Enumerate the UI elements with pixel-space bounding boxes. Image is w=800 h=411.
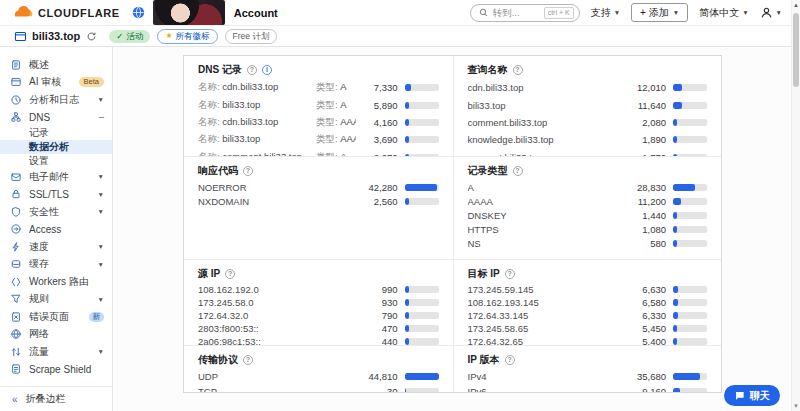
help-icon[interactable]: ?: [513, 65, 523, 75]
sidebar-item-rules[interactable]: 规则▼: [0, 291, 112, 309]
zone-domain[interactable]: bili33.top: [32, 30, 80, 42]
sidebar-item-access[interactable]: Access: [0, 221, 112, 239]
table-row: NOERROR42,280: [198, 180, 439, 194]
page-scrollbar[interactable]: ▲ ▼: [791, 0, 800, 411]
global-search[interactable]: ctrl + K: [470, 4, 580, 22]
table-row: HTTPS1,080: [468, 222, 708, 236]
help-icon[interactable]: ?: [225, 269, 235, 279]
chat-button[interactable]: 聊天: [724, 385, 780, 406]
search-shortcut: ctrl + K: [544, 7, 574, 19]
analytics-icon: [10, 94, 23, 106]
chevron-down-icon: ▼: [98, 348, 104, 355]
table-row: NS580: [468, 236, 708, 250]
help-icon[interactable]: ?: [247, 65, 257, 75]
metric-value: 5,400: [624, 336, 666, 345]
sidebar-item-error-pages[interactable]: 错误页面新: [0, 308, 112, 326]
metric-value: 1,080: [624, 224, 666, 235]
add-button[interactable]: + 添加 ▼: [631, 3, 688, 22]
help-icon[interactable]: ?: [513, 166, 523, 176]
sidebar-item-dns-records[interactable]: 记录: [0, 126, 112, 140]
table-row: comment.bili33.top2,080: [468, 114, 708, 131]
table-row: AAAA11,200: [468, 194, 708, 208]
sidebar-item-overview[interactable]: 概述: [0, 56, 112, 74]
error-pages-badge: 新: [89, 312, 105, 322]
metric-value: 5,890: [356, 100, 398, 111]
metric-value: 6,580: [624, 297, 666, 308]
metric-value: 7,330: [356, 82, 398, 93]
sidebar-item-scrape-shield[interactable]: Scrape Shield: [0, 361, 112, 379]
support-menu[interactable]: 支持 ▼: [591, 6, 620, 20]
chat-bubble-icon: [734, 390, 745, 401]
search-input[interactable]: [493, 7, 539, 18]
chevron-down-icon: ▼: [673, 9, 679, 16]
table-row: 名称: bili33.top类型: AAAA3,690: [198, 131, 439, 148]
sidebar-item-ssl-tls[interactable]: SSL/TLS▼: [0, 186, 112, 204]
help-icon[interactable]: ?: [243, 355, 253, 365]
scrollbar-thumb[interactable]: [793, 13, 799, 87]
sidebar-item-dns-analytics[interactable]: 数据分析: [0, 140, 112, 154]
metric-bar: [405, 184, 439, 191]
language-menu[interactable]: 简体中文 ▼: [699, 6, 748, 20]
ai-audit-badge: Beta: [79, 77, 104, 87]
check-icon: ✓: [116, 31, 123, 41]
globe-icon[interactable]: [132, 6, 145, 19]
table-row: TCP30: [198, 384, 439, 392]
info-icon[interactable]: i: [262, 65, 272, 75]
dns-analytics-card: DNS 记录?i名称: cdn.bili33.top类型: A7,330名称: …: [183, 55, 722, 393]
account-label[interactable]: Account: [234, 7, 278, 19]
metric-bar: [673, 388, 707, 392]
chevron-down-icon: ▼: [98, 296, 104, 303]
metric-value: 1,890: [624, 134, 666, 145]
collapse-icon: «: [12, 394, 18, 405]
sidebar-item-analytics-logs[interactable]: 分析和日志▼: [0, 91, 112, 109]
panel-title: 查询名称?: [468, 63, 708, 76]
sidebar-item-speed[interactable]: 速度▼: [0, 238, 112, 256]
sidebar-item-security[interactable]: 安全性▼: [0, 203, 112, 221]
metric-bar: [673, 226, 707, 233]
table-row: A28,830: [468, 180, 708, 194]
panel-title: 记录类型?: [468, 164, 708, 177]
table-row: IPv435,680: [468, 369, 708, 384]
sidebar-item-workers-routes[interactable]: Workers 路由: [0, 273, 112, 291]
table-row: cdn.bili33.top12,010: [468, 79, 708, 96]
table-row: NXDOMAIN2,560: [198, 194, 439, 208]
metric-bar: [673, 325, 707, 332]
sidebar-item-caching[interactable]: 缓存▼: [0, 256, 112, 274]
scroll-up-icon[interactable]: ▲: [793, 2, 799, 8]
metric-value: 2,560: [356, 196, 398, 207]
table-row: bili33.top11,640: [468, 96, 708, 113]
collapse-section-icon: –: [99, 112, 104, 122]
sidebar-item-email[interactable]: 电子邮件▼: [0, 168, 112, 186]
security-icon: [10, 206, 23, 218]
cloudflare-logo[interactable]: CLOUDFLARE: [10, 6, 120, 19]
collapse-sidebar-button[interactable]: « 折叠边栏: [0, 386, 112, 411]
sidebar-item-network[interactable]: 网络: [0, 326, 112, 344]
site-window-icon: [14, 30, 27, 43]
metric-bar: [673, 373, 707, 380]
scroll-down-icon[interactable]: ▼: [793, 403, 799, 409]
refresh-icon[interactable]: [86, 31, 97, 42]
table-row: moment.bili33.top1,770: [468, 149, 708, 156]
metric-value: 1,440: [624, 210, 666, 221]
person-icon: [760, 6, 773, 19]
email-icon: [10, 171, 23, 183]
table-row: 2803:f800:53::470: [198, 322, 439, 335]
avatar[interactable]: [153, 0, 225, 25]
sidebar-item-dns[interactable]: DNS–: [0, 109, 112, 127]
sidebar-item-dns-settings[interactable]: 设置: [0, 154, 112, 168]
metric-value: 6,330: [624, 310, 666, 321]
help-icon[interactable]: ?: [505, 269, 515, 279]
sidebar-item-ai-audit[interactable]: AI 审核Beta: [0, 74, 112, 92]
metric-bar: [405, 286, 439, 293]
search-icon: [479, 8, 488, 17]
traffic-icon: [10, 346, 23, 358]
cloudflare-cloud-icon: [10, 6, 34, 19]
metric-bar: [673, 286, 707, 293]
badges-badge[interactable]: ★ 所有徽标: [157, 29, 217, 44]
metric-bar: [405, 373, 439, 380]
sidebar-item-traffic[interactable]: 流量▼: [0, 343, 112, 361]
help-icon[interactable]: ?: [505, 355, 515, 365]
help-icon[interactable]: ?: [243, 166, 253, 176]
user-menu[interactable]: ▼: [760, 6, 782, 19]
metric-value: 30: [356, 386, 398, 392]
